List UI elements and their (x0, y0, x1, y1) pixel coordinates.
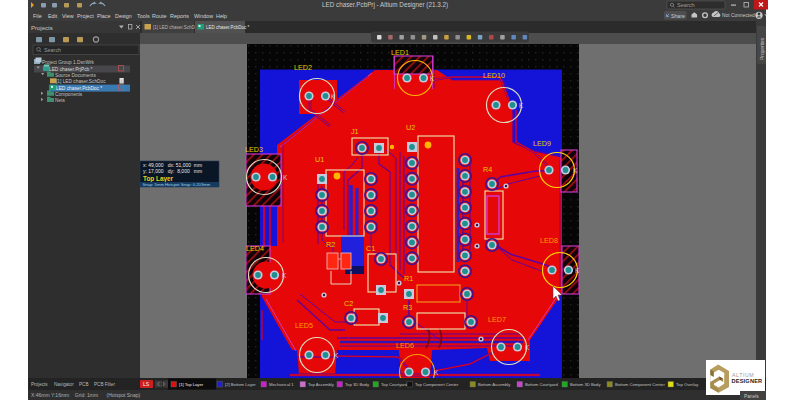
svg-text:LED chaser.PcbDoc *: LED chaser.PcbDoc * (56, 86, 102, 91)
svg-text:LED3: LED3 (245, 145, 263, 154)
svg-text:Top 3D Body: Top 3D Body (345, 382, 370, 387)
svg-text:Help: Help (216, 13, 227, 19)
svg-text:Design: Design (115, 13, 132, 19)
svg-text:PCB Filter: PCB Filter (94, 382, 115, 387)
svg-text:K: K (430, 75, 435, 82)
svg-text:K: K (331, 93, 336, 100)
svg-text:K: K (575, 267, 580, 274)
svg-text:R2: R2 (326, 240, 335, 249)
svg-text:Source Documents: Source Documents (55, 73, 96, 78)
svg-text:Mechanical 1: Mechanical 1 (269, 382, 294, 387)
svg-text:K: K (334, 352, 339, 359)
svg-text:Top Assembly: Top Assembly (308, 382, 335, 387)
svg-text:Bottom Courtyard: Bottom Courtyard (525, 382, 558, 387)
svg-text:LED5: LED5 (295, 321, 313, 330)
svg-text:y: 17,000 dy: 8,000 mm: y: 17,000 dy: 8,000 mm (143, 168, 202, 174)
svg-text:LED chaser.PcbDoc *: LED chaser.PcbDoc * (206, 25, 250, 30)
svg-text:Navigator: Navigator (54, 382, 74, 387)
svg-text:LED8: LED8 (540, 236, 558, 245)
svg-text:LED2: LED2 (294, 63, 312, 72)
svg-text:Top Overlay: Top Overlay (676, 382, 699, 387)
svg-text:J1: J1 (351, 127, 359, 136)
svg-text:Not Connected: Not Connected (722, 13, 755, 18)
svg-text:Components: Components (55, 92, 83, 97)
svg-text:Snap: 5mm Hotspot Snap: 0.203m: Snap: 5mm Hotspot Snap: 0.203mm (143, 182, 211, 187)
svg-text:Search: Search (677, 2, 695, 8)
svg-text:K: K (434, 369, 439, 376)
svg-text:Share: Share (671, 13, 685, 19)
svg-text:K: K (283, 174, 288, 181)
svg-text:C2: C2 (344, 299, 353, 308)
svg-text:File: File (33, 13, 42, 19)
svg-text:LED6: LED6 (396, 341, 414, 350)
svg-text:Edit: Edit (48, 13, 58, 19)
svg-text:[2] Bottom Layer: [2] Bottom Layer (225, 382, 256, 387)
svg-text:LED1: LED1 (391, 48, 409, 57)
svg-text:U1: U1 (315, 155, 324, 164)
svg-text:K: K (573, 167, 578, 174)
svg-text:Tools: Tools (137, 13, 150, 19)
svg-text:[1] Top Layer: [1] Top Layer (179, 382, 204, 387)
svg-text:Panels: Panels (744, 394, 759, 399)
svg-text:K: K (519, 102, 524, 109)
svg-text:Bottom 3D Body: Bottom 3D Body (570, 382, 601, 387)
svg-text:Projects: Projects (31, 25, 53, 31)
svg-text:K: K (282, 272, 287, 279)
svg-text:X:46mm Y:16mm Grid: 1mm: X:46mm Y:16mm Grid: 1mm (Hotspot Snap) (31, 392, 140, 398)
svg-text:[1] LED chaser.SchDoc: [1] LED chaser.SchDoc (153, 25, 200, 30)
svg-text:Projects: Projects (31, 382, 48, 387)
svg-text:LED10: LED10 (483, 71, 505, 80)
svg-text:Project: Project (77, 13, 94, 19)
svg-text:K: K (525, 344, 530, 351)
svg-text:Top Component Center: Top Component Center (415, 382, 459, 387)
svg-text:Top Courtyard: Top Courtyard (381, 382, 408, 387)
svg-text:PCB: PCB (79, 382, 88, 387)
svg-text:Window: Window (194, 13, 213, 19)
svg-text:Project Group 1.DsnWrk: Project Group 1.DsnWrk (42, 60, 94, 65)
svg-text:[1] LED chaser.SchDoc: [1] LED chaser.SchDoc (56, 79, 106, 84)
svg-text:Place: Place (97, 13, 111, 19)
svg-text:Bottom Component Center: Bottom Component Center (615, 382, 665, 387)
svg-text:Reports: Reports (170, 13, 189, 19)
svg-text:Nets: Nets (55, 98, 65, 103)
svg-text:LED7: LED7 (488, 315, 506, 324)
svg-text:LED4: LED4 (246, 244, 264, 253)
svg-text:Search: Search (44, 47, 61, 53)
svg-text:Bottom Assembly: Bottom Assembly (478, 382, 511, 387)
svg-text:LS: LS (143, 381, 150, 387)
svg-text:LED chaser.PcbPrj - Altium Des: LED chaser.PcbPrj - Altium Designer (21.… (322, 1, 448, 9)
svg-text:View: View (62, 13, 74, 19)
svg-text:R3: R3 (403, 303, 412, 312)
svg-text:R4: R4 (483, 165, 492, 174)
svg-text:LED chaser.PrjPcb *: LED chaser.PrjPcb * (49, 67, 93, 72)
svg-text:R1: R1 (404, 274, 413, 283)
svg-text:U2: U2 (406, 123, 415, 132)
svg-text:LED9: LED9 (533, 139, 551, 148)
svg-text:Route: Route (152, 13, 166, 19)
svg-text:Properties: Properties (760, 37, 765, 60)
svg-text:DESIGNER: DESIGNER (732, 378, 763, 384)
svg-text:C1: C1 (366, 244, 375, 253)
